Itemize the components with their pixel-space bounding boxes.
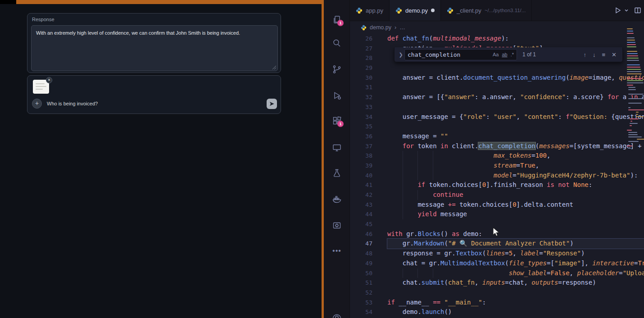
code-line[interactable]: 31 [350, 82, 644, 92]
breadcrumb-symbol[interactable]: … [399, 24, 405, 31]
chevron-down-icon[interactable] [624, 8, 629, 13]
code-line[interactable]: 51 chat.submit(chat_fn, inputs=chat, out… [350, 278, 644, 288]
code-lines[interactable]: 26def chat_fn(multimodal_message):27 que… [350, 34, 644, 318]
line-text[interactable]: yield message [387, 209, 644, 219]
chat-text-input[interactable]: Who is being invoiced? [47, 101, 98, 106]
code-line[interactable]: 53if __name__ == "__main__": [350, 298, 644, 308]
line-text[interactable]: if token.choices[0].finish_reason is not… [387, 180, 644, 190]
code-line[interactable]: 47 gr.Markdown("# 🔍 Document Analyzer Ch… [350, 239, 644, 249]
extensions-icon[interactable]: 1 [324, 113, 350, 129]
code-line[interactable]: 41 if token.choices[0].finish_reason is … [350, 180, 644, 190]
tab-bar: app.py demo.py _client.py ~/.../python3.… [350, 0, 644, 21]
send-button[interactable] [267, 99, 277, 109]
python-file-icon [447, 7, 454, 14]
split-editor-icon[interactable] [634, 7, 641, 14]
modified-dot-icon[interactable] [431, 9, 435, 12]
line-text[interactable]: chat = gr.MultimodalTextbox(file_types=[… [387, 259, 644, 268]
line-text[interactable]: demo.launch() [387, 307, 644, 317]
code-line[interactable]: 52 [350, 288, 644, 298]
line-text[interactable]: response = gr.Textbox(lines=5, label="Re… [387, 249, 644, 259]
search-icon[interactable] [324, 35, 350, 51]
line-text[interactable]: show_label=False, placeholder="Upload an… [387, 268, 644, 278]
line-text[interactable]: model="HuggingFaceH4/zephyr-7b-beta"): [387, 171, 644, 181]
code-line[interactable]: 43 message += token.choices[0].delta.con… [350, 200, 644, 210]
line-text[interactable]: chat.submit(chat_fn, inputs=chat, output… [387, 278, 644, 288]
more-items-icon[interactable]: ••• [324, 243, 350, 259]
editor-actions [614, 0, 641, 21]
code-line[interactable]: 36 message = "" [350, 132, 644, 141]
tab-demo-py[interactable]: demo.py [390, 0, 441, 21]
code-line[interactable]: 44 yield message [350, 209, 644, 219]
line-number: 48 [350, 249, 387, 259]
code-line[interactable]: 33 [350, 102, 644, 112]
minimap[interactable] [626, 25, 644, 223]
line-number: 47 [350, 239, 387, 249]
response-textarea[interactable]: With an extremely high level of confiden… [31, 25, 278, 71]
line-text[interactable]: max_tokens=100, [387, 151, 644, 161]
add-attachment-button[interactable]: + [32, 99, 42, 109]
source-control-icon[interactable] [324, 61, 350, 77]
find-input[interactable]: chat_completion Aa ab .* [404, 49, 517, 60]
code-line[interactable]: 49 chat = gr.MultimodalTextbox(file_type… [350, 259, 644, 268]
whole-word-icon[interactable]: ab [502, 52, 507, 57]
line-text[interactable] [387, 63, 644, 73]
run-debug-icon[interactable] [324, 87, 350, 104]
line-text[interactable]: continue [387, 190, 644, 200]
run-file-icon[interactable] [614, 7, 621, 14]
code-line[interactable]: 37 for token in client.chat_completion(m… [350, 141, 644, 151]
resize-handle[interactable] [272, 65, 276, 69]
line-text[interactable] [387, 122, 644, 132]
tab-app-py[interactable]: app.py [350, 0, 390, 21]
code-line[interactable]: 29 [350, 63, 644, 73]
line-text[interactable]: message = "" [387, 132, 644, 141]
line-text[interactable]: answer = [{"answer": a.answer, "confiden… [387, 92, 644, 102]
code-line[interactable]: 30 answer = client.document_question_ans… [350, 73, 644, 83]
code-line[interactable]: 38 max_tokens=100, [350, 151, 644, 161]
testing-flask-icon[interactable] [324, 165, 350, 182]
match-case-icon[interactable]: Aa [493, 52, 499, 57]
find-next-icon[interactable]: ↓ [593, 51, 596, 58]
explorer-icon[interactable]: 1 [324, 12, 350, 28]
code-line[interactable]: 54 demo.launch() [350, 307, 644, 317]
line-text[interactable]: user_message = {"role": "user", "content… [387, 112, 644, 122]
top-strip-black-segment [0, 0, 16, 4]
docker-icon[interactable] [324, 191, 350, 208]
find-in-selection-icon[interactable]: ≡ [602, 51, 606, 58]
line-text[interactable]: gr.Markdown("# 🔍 Document Analyzer Chatb… [387, 239, 644, 249]
code-line[interactable]: 50 show_label=False, placeholder="Upload… [350, 268, 644, 278]
find-close-icon[interactable]: ✕ [612, 51, 617, 58]
account-icon[interactable] [324, 310, 350, 318]
regex-icon[interactable]: .* [511, 52, 514, 57]
line-text[interactable]: with gr.Blocks() as demo: [387, 229, 644, 239]
code-line[interactable]: 42 continue [350, 190, 644, 200]
code-line[interactable]: 48 response = gr.Textbox(lines=5, label=… [350, 249, 644, 259]
code-line[interactable]: 39 stream=True, [350, 161, 644, 171]
line-text[interactable]: for token in client.chat_completion(mess… [387, 141, 644, 151]
line-number: 52 [350, 288, 387, 298]
remote-window-icon[interactable] [324, 140, 350, 156]
find-previous-icon[interactable]: ↑ [584, 51, 587, 58]
line-number: 36 [350, 132, 387, 141]
code-area[interactable]: 26def chat_fn(multimodal_message):27 que… [350, 34, 644, 318]
line-text[interactable] [387, 82, 644, 92]
line-text[interactable]: if __name__ == "__main__": [387, 298, 644, 308]
line-text[interactable] [387, 102, 644, 112]
line-text[interactable]: def chat_fn(multimodal_message): [387, 34, 644, 44]
code-line[interactable]: 26def chat_fn(multimodal_message): [350, 34, 644, 44]
thumbnail-line [36, 89, 43, 90]
code-line[interactable]: 34 user_message = {"role": "user", "cont… [350, 112, 644, 122]
line-text[interactable]: stream=True, [387, 161, 644, 171]
find-toggle-chevron-icon[interactable]: ❯ [397, 52, 404, 58]
breadcrumb-file[interactable]: demo.py [370, 24, 391, 31]
line-text[interactable] [387, 219, 644, 229]
remove-attachment-icon[interactable]: × [46, 77, 52, 83]
code-line[interactable]: 35 [350, 122, 644, 132]
container-tools-icon[interactable] [324, 217, 350, 233]
find-query-text[interactable]: chat_completion [408, 51, 490, 58]
tab-client-py[interactable]: _client.py ~/.../python3.11/... [441, 0, 532, 21]
line-text[interactable]: answer = client.document_question_answer… [387, 73, 644, 83]
code-line[interactable]: 40 model="HuggingFaceH4/zephyr-7b-beta")… [350, 171, 644, 181]
line-text[interactable] [387, 288, 644, 298]
line-text[interactable]: message += token.choices[0].delta.conten… [387, 200, 644, 210]
code-line[interactable]: 32 answer = [{"answer": a.answer, "confi… [350, 92, 644, 102]
